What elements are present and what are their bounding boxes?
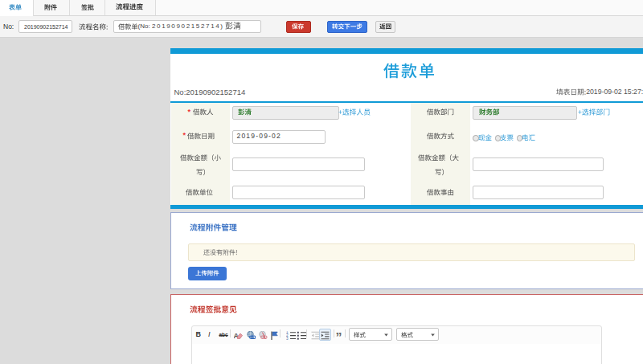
- svg-text:3: 3: [286, 337, 289, 340]
